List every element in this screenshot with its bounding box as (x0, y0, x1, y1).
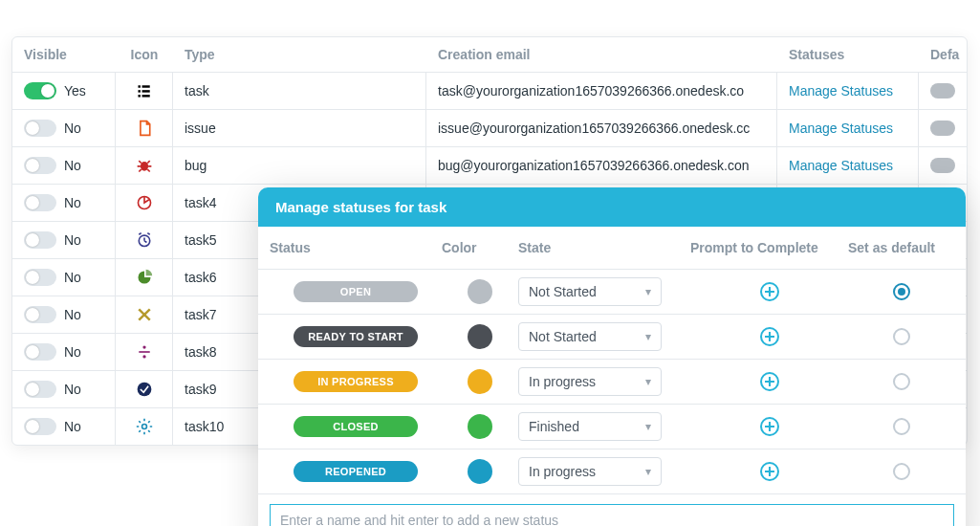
status-badge[interactable]: IN PROGRESS (294, 371, 418, 392)
col-default: Defa (919, 37, 967, 72)
visible-toggle[interactable] (24, 194, 56, 211)
check-circle-icon (136, 381, 153, 398)
visible-label: No (64, 419, 81, 434)
visible-label: No (64, 232, 81, 248)
status-row: READY TO STARTNot Started▾ (258, 315, 966, 360)
default-pill[interactable] (930, 121, 955, 136)
chevron-down-icon: ▾ (645, 330, 651, 343)
state-value: Not Started (529, 284, 597, 299)
state-select[interactable]: In progress▾ (518, 367, 662, 396)
default-radio[interactable] (893, 463, 910, 480)
add-prompt-button[interactable] (760, 372, 779, 391)
manage-statuses-link[interactable]: Manage Statuses (789, 83, 893, 99)
status-row: IN PROGRESSIn progress▾ (258, 360, 966, 405)
pie-icon (136, 269, 153, 286)
table-row: Noissueissue@yourorganization16570392663… (12, 110, 967, 147)
default-pill[interactable] (930, 158, 955, 173)
visible-label: No (64, 270, 81, 285)
mcol-status: Status (270, 240, 442, 255)
mcol-state: State (518, 240, 690, 255)
email-cell: issue@yourorganization1657039266366.oned… (426, 110, 777, 146)
manage-statuses-modal: Manage statuses for task Status Color St… (258, 187, 966, 526)
visible-label: No (64, 382, 81, 397)
col-visible: Visible (12, 37, 116, 72)
email-cell: bug@yourorganization1657039266366.onedes… (426, 147, 777, 184)
col-email: Creation email (426, 37, 777, 72)
modal-title: Manage statuses for task (258, 187, 966, 227)
state-select[interactable]: Not Started▾ (518, 322, 662, 351)
mcol-color: Color (442, 240, 518, 255)
visible-toggle[interactable] (24, 381, 56, 398)
visible-toggle[interactable] (24, 120, 56, 137)
default-radio[interactable] (893, 328, 910, 345)
color-swatch[interactable] (468, 324, 492, 349)
col-type: Type (173, 37, 426, 72)
visible-toggle[interactable] (24, 343, 56, 361)
default-radio[interactable] (893, 283, 910, 300)
status-row: REOPENEDIn progress▾ (258, 449, 966, 494)
visible-toggle[interactable] (24, 157, 56, 174)
visible-label: Yes (64, 83, 86, 99)
default-radio[interactable] (893, 418, 910, 435)
state-value: Finished (529, 419, 579, 434)
visible-label: No (64, 195, 81, 210)
color-swatch[interactable] (468, 459, 492, 484)
divide-icon (136, 343, 153, 361)
visible-toggle[interactable] (24, 269, 56, 286)
state-select[interactable]: In progress▾ (518, 457, 662, 486)
state-select[interactable]: Finished▾ (518, 412, 662, 441)
list-icon (136, 82, 153, 99)
file-icon (136, 120, 153, 137)
chevron-down-icon: ▾ (645, 420, 651, 433)
default-radio[interactable] (893, 373, 910, 390)
status-row: OPENNot Started▾ (258, 270, 966, 315)
state-value: Not Started (529, 329, 597, 344)
types-table-header: Visible Icon Type Creation email Statuse… (12, 37, 967, 73)
state-value: In progress (529, 464, 596, 479)
mcol-prompt: Prompt to Complete (690, 240, 848, 255)
type-cell: issue (173, 110, 426, 146)
type-cell: bug (173, 147, 426, 184)
table-row: Nobugbug@yourorganization1657039266366.o… (12, 147, 967, 185)
add-prompt-button[interactable] (760, 417, 779, 436)
add-prompt-button[interactable] (760, 282, 779, 301)
mcol-default: Set as default (848, 240, 954, 255)
chevron-down-icon: ▾ (645, 465, 651, 478)
modal-header-row: Status Color State Prompt to Complete Se… (258, 227, 966, 270)
state-value: In progress (529, 374, 596, 389)
table-row: Yestasktask@yourorganization165703926636… (12, 73, 967, 110)
state-select[interactable]: Not Started▾ (518, 277, 662, 306)
visible-label: No (64, 158, 81, 173)
status-badge[interactable]: CLOSED (294, 416, 418, 437)
manage-statuses-link[interactable]: Manage Statuses (789, 158, 893, 173)
add-prompt-button[interactable] (760, 462, 779, 481)
color-swatch[interactable] (468, 369, 492, 394)
x-icon (136, 306, 153, 323)
col-statuses: Statuses (777, 37, 919, 72)
new-status-input[interactable] (270, 504, 954, 526)
default-pill[interactable] (930, 83, 955, 99)
visible-toggle[interactable] (24, 418, 56, 435)
target-icon (136, 194, 153, 211)
visible-label: No (64, 344, 81, 360)
chevron-down-icon: ▾ (645, 375, 651, 388)
alarm-icon (136, 231, 153, 249)
gear-icon (136, 418, 153, 435)
bug-icon (136, 157, 153, 174)
status-badge[interactable]: READY TO START (294, 326, 418, 347)
color-swatch[interactable] (468, 414, 492, 439)
visible-toggle[interactable] (24, 231, 56, 249)
visible-toggle[interactable] (24, 306, 56, 323)
visible-label: No (64, 307, 81, 322)
status-row: CLOSEDFinished▾ (258, 405, 966, 449)
email-cell: task@yourorganization1657039266366.onede… (426, 73, 777, 109)
manage-statuses-link[interactable]: Manage Statuses (789, 121, 893, 136)
add-prompt-button[interactable] (760, 327, 779, 346)
chevron-down-icon: ▾ (645, 285, 651, 298)
color-swatch[interactable] (468, 279, 492, 304)
visible-toggle[interactable] (24, 82, 56, 99)
col-icon: Icon (116, 37, 173, 72)
status-badge[interactable]: REOPENED (294, 461, 418, 482)
status-badge[interactable]: OPEN (294, 281, 418, 302)
type-cell: task (173, 73, 426, 109)
